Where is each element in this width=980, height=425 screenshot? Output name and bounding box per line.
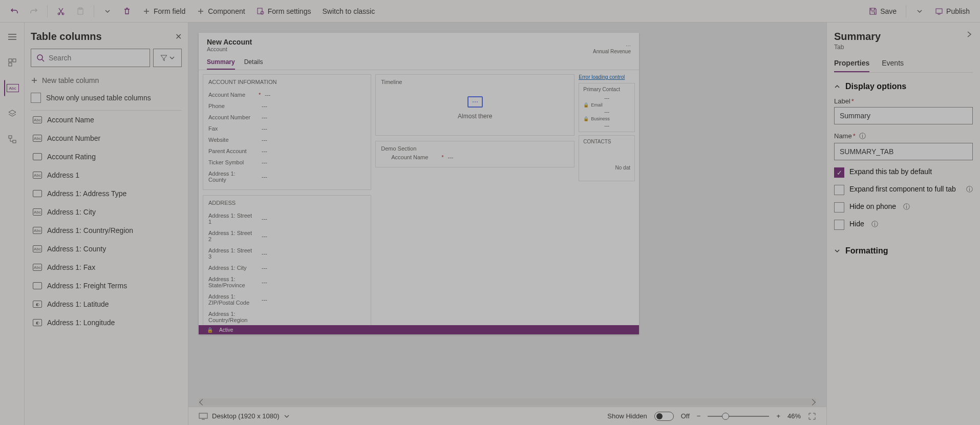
horizontal-scrollbar[interactable] xyxy=(199,398,816,406)
form-field-row[interactable]: Parent Account--- xyxy=(208,145,366,157)
column-item[interactable]: ◐Address 1: Latitude xyxy=(31,295,182,313)
form-field-row[interactable]: Address 1: County--- xyxy=(208,168,366,185)
filter-button[interactable] xyxy=(153,49,182,67)
column-item[interactable]: AbcAccount Number xyxy=(31,129,182,147)
zoom-out-button[interactable]: − xyxy=(697,412,701,420)
name-input[interactable] xyxy=(834,143,973,160)
show-hidden-toggle[interactable] xyxy=(654,412,674,421)
info-icon[interactable]: ⓘ xyxy=(871,220,878,229)
more-icon[interactable]: ⋯ xyxy=(593,43,631,49)
canvas-viewport[interactable]: New Account Account ⋯ Annual Revenue Sum… xyxy=(188,23,826,398)
form-tab[interactable]: Details xyxy=(244,58,263,70)
device-label[interactable]: Desktop (1920 x 1080) xyxy=(212,412,280,420)
form-field-row[interactable]: Website--- xyxy=(208,134,366,145)
hide-row[interactable]: Hide ⓘ xyxy=(834,220,973,230)
form-field-row[interactable]: Address 1: Country/Region xyxy=(208,308,366,326)
form-field-row[interactable]: Address 1: ZIP/Postal Code--- xyxy=(208,291,366,308)
demo-section[interactable]: Demo Section Account Name * --- xyxy=(375,141,574,167)
form-field-row[interactable]: Account Name*--- xyxy=(208,89,366,100)
form-field-row[interactable]: Ticker Symbol--- xyxy=(208,157,366,168)
tab-events[interactable]: Events xyxy=(882,59,904,72)
search-input[interactable] xyxy=(49,54,144,62)
column-item[interactable]: Address 1: Freight Terms xyxy=(31,277,182,295)
rail-layers[interactable] xyxy=(4,105,20,122)
form-field-row[interactable]: Address 1: City--- xyxy=(208,262,366,273)
unused-filter-row[interactable]: Show only unused table columns xyxy=(31,88,182,110)
field-label: Phone xyxy=(208,103,254,109)
column-item[interactable]: Account Rating xyxy=(31,147,182,166)
expand-default-checkbox[interactable]: ✓ xyxy=(834,167,844,178)
account-info-section[interactable]: ACCOUNT INFORMATION Account Name*---Phon… xyxy=(203,74,371,190)
column-item[interactable]: AbcAddress 1: County xyxy=(31,240,182,258)
close-icon[interactable]: ✕ xyxy=(175,32,182,41)
display-options-header[interactable]: Display options xyxy=(834,82,973,91)
filter-icon xyxy=(160,54,167,61)
rail-hamburger[interactable] xyxy=(4,29,20,45)
tab-properties[interactable]: Properties xyxy=(834,59,869,72)
field-value: --- xyxy=(262,174,267,180)
address-section[interactable]: ADDRESS Address 1: Street 1---Address 1:… xyxy=(203,195,371,330)
save-chevron[interactable] xyxy=(911,4,928,18)
paste-button[interactable] xyxy=(72,4,89,18)
chevron-right-icon[interactable] xyxy=(966,31,973,38)
form-field-row[interactable]: Address 1: Street 2--- xyxy=(208,227,366,245)
formatting-header[interactable]: Formatting xyxy=(834,246,973,256)
column-item[interactable]: AbcAccount Name xyxy=(31,111,182,129)
column-item[interactable]: AbcAddress 1 xyxy=(31,166,182,184)
expand-first-checkbox[interactable] xyxy=(834,185,844,195)
form-field-row[interactable]: Address 1: Street 1--- xyxy=(208,210,366,227)
unused-filter-checkbox[interactable] xyxy=(31,93,41,103)
switch-classic-button[interactable]: Switch to classic xyxy=(318,4,379,18)
fit-icon[interactable] xyxy=(808,412,816,420)
publish-button[interactable]: Publish xyxy=(931,4,974,18)
form-field-button[interactable]: Form field xyxy=(138,4,189,18)
cut-button[interactable] xyxy=(53,4,69,18)
new-column-button[interactable]: New table column xyxy=(31,73,182,88)
form-field-row[interactable]: Phone--- xyxy=(208,100,366,112)
form-card[interactable]: New Account Account ⋯ Annual Revenue Sum… xyxy=(199,33,639,334)
column-item[interactable]: Address 1: Address Type xyxy=(31,184,182,203)
expand-default-row[interactable]: ✓ Expand this tab by default xyxy=(834,167,973,178)
save-label: Save xyxy=(880,7,897,15)
save-button[interactable]: Save xyxy=(865,4,901,18)
columns-list[interactable]: AbcAccount NameAbcAccount NumberAccount … xyxy=(31,110,182,425)
form-field-row[interactable]: Address 1: Street 3--- xyxy=(208,245,366,262)
primary-contact-box[interactable]: Primary Contact --- 🔒Email --- 🔒Business… xyxy=(579,83,635,132)
rail-columns[interactable]: Abc xyxy=(4,80,20,96)
hide-checkbox[interactable] xyxy=(834,220,844,230)
demo-field-label: Account Name xyxy=(391,154,437,160)
hide-phone-row[interactable]: Hide on phone ⓘ xyxy=(834,202,973,213)
column-item[interactable]: AbcAddress 1: City xyxy=(31,203,182,221)
column-item[interactable]: AbcAddress 1: Fax xyxy=(31,258,182,277)
redo-button[interactable] xyxy=(26,4,42,18)
form-field-row[interactable]: Address 1: State/Province--- xyxy=(208,273,366,291)
svg-rect-13 xyxy=(199,413,207,418)
rail-tree[interactable] xyxy=(4,131,20,147)
info-icon[interactable]: ⓘ xyxy=(903,202,910,211)
search-input-wrap[interactable] xyxy=(31,49,150,67)
contacts-box[interactable]: CONTACTS No dat xyxy=(579,135,635,181)
undo-button[interactable] xyxy=(6,4,23,18)
info-icon[interactable]: ⓘ xyxy=(966,185,973,194)
form-settings-button[interactable]: Form settings xyxy=(252,4,315,18)
column-item[interactable]: AbcAddress 1: Country/Region xyxy=(31,221,182,240)
more-chevron-button[interactable] xyxy=(99,4,116,18)
delete-button[interactable] xyxy=(119,4,135,18)
error-link[interactable]: Error loading control xyxy=(579,74,635,80)
timeline-section[interactable]: Timeline ⋯ Almost there xyxy=(375,74,574,136)
chevron-down-icon[interactable] xyxy=(284,413,290,419)
zoom-in-button[interactable]: + xyxy=(776,412,780,420)
label-input[interactable] xyxy=(834,107,973,124)
hide-phone-checkbox[interactable] xyxy=(834,202,844,213)
hide-label: Hide xyxy=(849,220,864,228)
component-button[interactable]: Component xyxy=(193,4,249,18)
chevron-down-icon xyxy=(834,248,840,254)
form-field-row[interactable]: Account Number--- xyxy=(208,112,366,123)
rail-components[interactable] xyxy=(4,54,20,71)
column-item[interactable]: ◐Address 1: Longitude xyxy=(31,313,182,332)
expand-first-row[interactable]: Expand first component to full tab ⓘ xyxy=(834,185,973,195)
zoom-slider[interactable] xyxy=(708,416,769,417)
form-field-row[interactable]: Fax--- xyxy=(208,123,366,134)
info-icon[interactable]: ⓘ xyxy=(859,132,866,140)
form-tab[interactable]: Summary xyxy=(207,58,235,70)
